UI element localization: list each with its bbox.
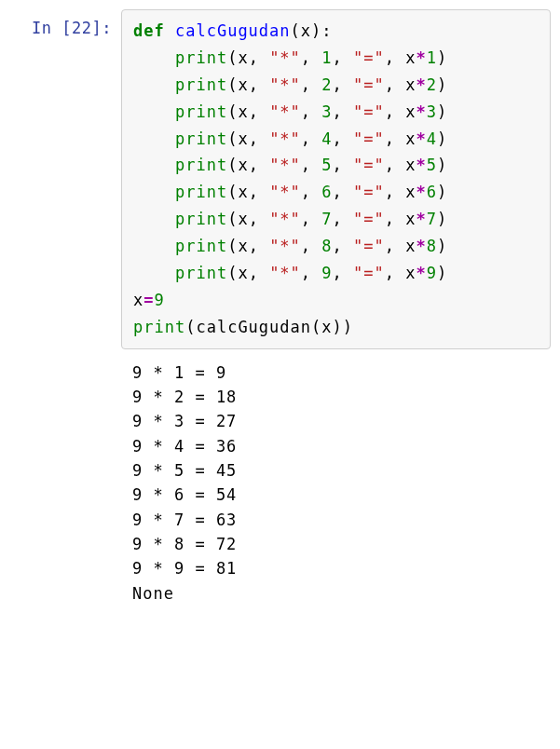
- num: 4: [427, 129, 437, 148]
- output-cell: 9 * 1 = 9 9 * 2 = 18 9 * 3 = 27 9 * 4 = …: [9, 357, 551, 609]
- keyword-def: def: [133, 21, 165, 40]
- num: 2: [427, 75, 437, 94]
- output-line: 9 * 1 = 9: [132, 361, 540, 385]
- string: "=": [353, 75, 385, 94]
- var: x: [133, 291, 143, 309]
- arg: x: [405, 183, 416, 201]
- code-line: print(x, "*", 5, "=", x*5): [133, 152, 539, 179]
- num: 3: [427, 102, 437, 121]
- arg: x: [238, 210, 248, 228]
- num: 2: [321, 75, 332, 94]
- num: 6: [321, 183, 332, 201]
- string: "=": [353, 156, 385, 174]
- fn-call: print: [133, 318, 185, 336]
- fn-call-inner: calcGugudan: [196, 318, 311, 336]
- function-name: calcGugudan: [175, 21, 291, 40]
- string: "*": [269, 237, 301, 255]
- string: "=": [353, 102, 385, 121]
- string: "=": [353, 183, 385, 201]
- fn-call: print: [175, 183, 227, 201]
- output-area: 9 * 1 = 9 9 * 2 = 18 9 * 3 = 27 9 * 4 = …: [121, 357, 551, 609]
- arg: x: [405, 48, 416, 67]
- code-line: print(x, "*", 6, "=", x*6): [133, 179, 539, 206]
- arg: x: [405, 75, 416, 94]
- num: 5: [321, 156, 332, 174]
- arg: x: [238, 156, 248, 174]
- num: 8: [427, 237, 437, 255]
- code-line: print(x, "*", 7, "=", x*7): [133, 206, 539, 233]
- code-line: print(x, "*", 1, "=", x*1): [133, 45, 539, 72]
- output-line: 9 * 9 = 81: [132, 556, 540, 580]
- string: "=": [353, 48, 385, 67]
- num: 4: [321, 129, 332, 148]
- code-line: print(x, "*", 4, "=", x*4): [133, 126, 539, 153]
- code-line: print(x, "*", 8, "=", x*8): [133, 233, 539, 260]
- arg: x: [321, 318, 332, 336]
- fn-call: print: [175, 48, 227, 67]
- arg: x: [405, 237, 416, 255]
- arg: x: [238, 75, 248, 94]
- output-line: 9 * 2 = 18: [132, 385, 540, 409]
- string: "=": [353, 129, 385, 148]
- num: 6: [427, 183, 437, 201]
- output-line: 9 * 5 = 45: [132, 458, 540, 483]
- output-prompt: [9, 357, 121, 609]
- string: "*": [269, 75, 301, 94]
- arg: x: [238, 102, 248, 121]
- arg: x: [238, 264, 248, 282]
- param: x: [301, 21, 311, 40]
- arg: x: [405, 156, 416, 174]
- code-line: print(x, "*", 9, "=", x*9): [133, 260, 539, 287]
- string: "*": [269, 129, 301, 148]
- string: "*": [269, 183, 301, 201]
- notebook-cell: In [22]: def calcGugudan(x): print(x, "*…: [9, 9, 551, 349]
- arg: x: [238, 237, 248, 255]
- fn-call: print: [175, 237, 227, 255]
- num: 9: [427, 264, 437, 282]
- arg: x: [238, 48, 248, 67]
- string: "=": [353, 237, 385, 255]
- output-line: None: [132, 581, 540, 606]
- num: 9: [321, 264, 332, 282]
- arg: x: [405, 264, 416, 282]
- input-prompt: In [22]:: [9, 9, 121, 37]
- output-line: 9 * 7 = 63: [132, 508, 540, 532]
- num: 7: [321, 210, 332, 228]
- code-input-area[interactable]: def calcGugudan(x): print(x, "*", 1, "="…: [121, 9, 551, 349]
- fn-call: print: [175, 156, 227, 174]
- num: 8: [321, 237, 332, 255]
- num: 3: [321, 102, 332, 121]
- code-line: print(calcGugudan(x)): [133, 314, 539, 341]
- string: "*": [269, 102, 301, 121]
- string: "=": [353, 210, 385, 228]
- string: "=": [353, 264, 385, 282]
- arg: x: [238, 129, 248, 148]
- output-line: 9 * 8 = 72: [132, 532, 540, 556]
- num: 9: [155, 291, 165, 309]
- arg: x: [405, 129, 416, 148]
- output-line: 9 * 4 = 36: [132, 434, 540, 458]
- arg: x: [405, 210, 416, 228]
- num: 5: [427, 156, 437, 174]
- string: "*": [269, 210, 301, 228]
- code-line: print(x, "*", 2, "=", x*2): [133, 72, 539, 99]
- code-line: print(x, "*", 3, "=", x*3): [133, 99, 539, 126]
- string: "*": [269, 264, 301, 282]
- arg: x: [238, 183, 248, 201]
- fn-call: print: [175, 102, 227, 121]
- output-line: 9 * 3 = 27: [132, 409, 540, 433]
- fn-call: print: [175, 210, 227, 228]
- code-line: def calcGugudan(x):: [133, 18, 539, 45]
- string: "*": [269, 48, 301, 67]
- fn-call: print: [175, 129, 227, 148]
- fn-call: print: [175, 75, 227, 94]
- code-line: x=9: [133, 287, 539, 314]
- arg: x: [405, 102, 416, 121]
- num: 1: [321, 48, 332, 67]
- fn-call: print: [175, 264, 227, 282]
- output-line: 9 * 6 = 54: [132, 483, 540, 507]
- string: "*": [269, 156, 301, 174]
- num: 7: [427, 210, 437, 228]
- num: 1: [427, 48, 437, 67]
